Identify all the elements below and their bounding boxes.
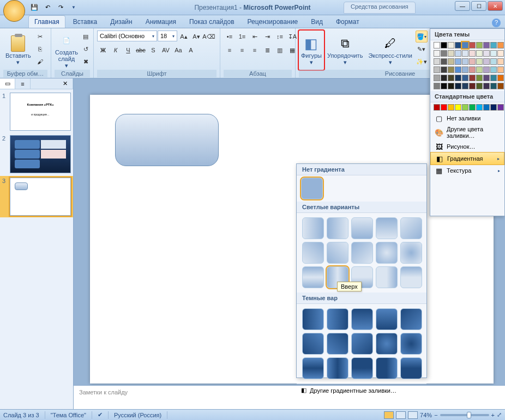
rounded-rectangle-shape[interactable] [115,114,219,166]
gradient-swatch[interactable] [351,333,373,355]
quick-styles-button[interactable]: 🖊 Экспресс-стили▾ [366,31,414,70]
gradient-swatch[interactable] [400,333,422,355]
color-swatch[interactable] [441,104,447,111]
layout-button[interactable]: ▤ [80,31,92,42]
color-swatch[interactable] [448,58,454,65]
ribbon-tab-главная[interactable]: Главная [28,15,65,28]
gradient-swatch[interactable] [351,308,373,330]
color-swatch[interactable] [490,104,497,111]
more-fill-colors-item[interactable]: 🎨Другие цвета заливки… [430,124,504,141]
texture-fill-item[interactable]: ▦Текстура▸ [430,165,504,176]
color-swatch[interactable] [469,75,476,81]
gradient-swatch[interactable] [302,308,324,330]
color-swatch[interactable] [448,104,454,111]
color-swatch[interactable] [455,75,461,81]
color-swatch[interactable] [476,104,483,111]
gradient-swatch[interactable] [376,217,398,239]
qat-customize[interactable]: ▼ [68,2,80,14]
color-swatch[interactable] [476,75,483,81]
copy-button[interactable]: ⎘ [34,43,46,55]
shrink-font-button[interactable]: A▾ [190,31,202,42]
color-swatch[interactable] [448,50,454,57]
color-swatch[interactable] [497,50,504,57]
gradient-swatch[interactable] [351,357,373,379]
font-color-button[interactable]: A [185,44,197,56]
ribbon-tab-вставка[interactable]: Вставка [68,16,103,28]
shadow-button[interactable]: S [147,44,159,56]
color-swatch[interactable] [490,83,497,89]
qat-redo[interactable]: ↷ [55,2,67,14]
color-swatch[interactable] [490,42,497,48]
ribbon-tab-дизайн[interactable]: Дизайн [105,16,137,28]
shape-fill-button[interactable]: 🪣▾ [416,31,428,42]
help-icon[interactable]: ? [492,19,501,27]
slide-thumb-1[interactable]: Компания «РТК» и продукция… [10,93,71,131]
gradient-swatch[interactable] [376,242,398,264]
outline-tab[interactable]: ≡ [15,78,31,89]
color-swatch[interactable] [476,42,483,48]
color-swatch[interactable] [455,104,461,111]
color-swatch[interactable] [441,42,447,48]
color-swatch[interactable] [448,83,454,89]
change-case-button[interactable]: Aa [172,44,184,56]
color-swatch[interactable] [455,50,461,57]
color-swatch[interactable] [469,104,476,111]
no-gradient-swatch[interactable] [301,178,323,199]
ribbon-tab-вид[interactable]: Вид [305,16,328,28]
color-swatch[interactable] [476,50,483,57]
indent-inc-button[interactable]: ⇥ [261,31,273,42]
font-family-combo[interactable]: Calibri (Основно▾ [97,31,157,41]
gradient-swatch[interactable] [327,242,348,264]
zoom-out-button[interactable]: − [434,412,437,418]
color-swatch[interactable] [462,83,468,89]
align-center-button[interactable]: ≡ [236,44,248,56]
font-size-combo[interactable]: 18▾ [158,31,177,41]
qat-undo[interactable]: ↶ [41,2,53,14]
color-swatch[interactable] [434,50,440,57]
zoom-level[interactable]: 74% [420,412,432,418]
align-right-button[interactable]: ≡ [249,44,261,56]
contextual-tab-drawing-tools[interactable]: Средства рисования [344,2,416,14]
color-swatch[interactable] [497,104,504,111]
status-language[interactable]: Русский (Россия) [114,411,167,419]
slideshow-view-button[interactable] [408,411,418,419]
bold-button[interactable]: Ж [97,44,109,56]
color-swatch[interactable] [483,75,490,81]
more-gradients-item[interactable]: ◧ Другие градиентные заливки… [297,384,426,397]
color-swatch[interactable] [483,83,490,89]
color-swatch[interactable] [441,83,447,89]
color-swatch[interactable] [462,58,468,65]
color-swatch[interactable] [490,75,497,81]
gradient-swatch[interactable] [302,333,324,355]
gradient-swatch[interactable] [376,357,398,379]
gradient-swatch[interactable] [351,242,373,264]
slide-thumb-2[interactable] [10,135,71,173]
gradient-swatch[interactable] [302,217,324,239]
color-swatch[interactable] [434,58,440,65]
color-swatch[interactable] [441,58,447,65]
gradient-swatch[interactable] [400,217,422,239]
zoom-slider[interactable] [440,414,489,416]
notes-pane[interactable]: Заметки к слайду [74,385,505,409]
color-swatch[interactable] [448,75,454,81]
color-swatch[interactable] [455,66,461,73]
color-swatch[interactable] [448,42,454,48]
qat-save[interactable]: 💾 [28,2,40,14]
color-swatch[interactable] [476,58,483,65]
cut-button[interactable]: ✂ [34,31,46,42]
gradient-swatch[interactable] [376,266,398,288]
color-swatch[interactable] [490,50,497,57]
gradient-swatch[interactable] [302,357,324,379]
color-swatch[interactable] [441,66,447,73]
format-painter-button[interactable]: 🖌 [34,56,46,68]
color-swatch[interactable] [469,58,476,65]
gradient-swatch[interactable] [351,217,373,239]
char-spacing-button[interactable]: AV [160,44,172,56]
ribbon-tab-показ слайдов[interactable]: Показ слайдов [184,16,240,28]
color-swatch[interactable] [434,42,440,48]
gradient-swatch[interactable] [400,308,422,330]
color-swatch[interactable] [434,66,440,73]
new-slide-button[interactable]: 📄 Создать слайд▾ [55,31,79,70]
color-swatch[interactable] [497,66,504,73]
gradient-swatch[interactable] [327,333,348,355]
